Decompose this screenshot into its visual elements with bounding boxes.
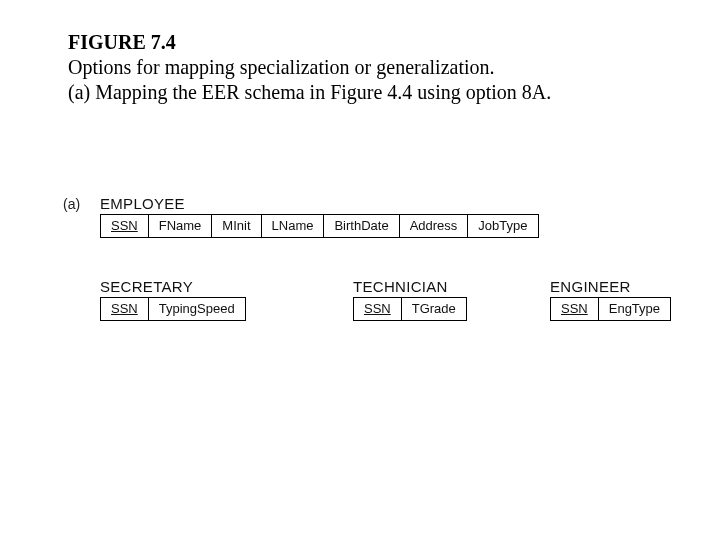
- table-row: SSN TGrade: [354, 298, 467, 321]
- attr-cell: SSN: [101, 215, 149, 238]
- attr-cell: SSN: [354, 298, 402, 321]
- attr-cell: LName: [261, 215, 324, 238]
- attr-cell: BirthDate: [324, 215, 399, 238]
- table-row: SSN EngType: [551, 298, 671, 321]
- attr-cell: Address: [399, 215, 468, 238]
- caption-line-2: (a) Mapping the EER schema in Figure 4.4…: [68, 81, 551, 103]
- relation-name-engineer: ENGINEER: [550, 278, 631, 295]
- relation-name-secretary: SECRETARY: [100, 278, 193, 295]
- relation-name-technician: TECHNICIAN: [353, 278, 448, 295]
- figure-caption: FIGURE 7.4 Options for mapping specializ…: [68, 30, 551, 105]
- caption-line-1: Options for mapping specialization or ge…: [68, 56, 495, 78]
- attr-cell: EngType: [598, 298, 670, 321]
- attr-cell: TypingSpeed: [148, 298, 245, 321]
- attr-cell: SSN: [551, 298, 599, 321]
- relation-table-employee: SSN FName MInit LName BirthDate Address …: [100, 214, 539, 238]
- relation-table-engineer: SSN EngType: [550, 297, 671, 321]
- table-row: SSN TypingSpeed: [101, 298, 246, 321]
- relation-table-technician: SSN TGrade: [353, 297, 467, 321]
- subpart-label-a: (a): [63, 196, 80, 212]
- table-row: SSN FName MInit LName BirthDate Address …: [101, 215, 539, 238]
- attr-cell: FName: [148, 215, 212, 238]
- attr-cell: MInit: [212, 215, 261, 238]
- attr-cell: TGrade: [401, 298, 466, 321]
- relation-table-secretary: SSN TypingSpeed: [100, 297, 246, 321]
- figure-number: FIGURE 7.4: [68, 31, 176, 53]
- attr-cell: SSN: [101, 298, 149, 321]
- attr-cell: JobType: [468, 215, 538, 238]
- relation-name-employee: EMPLOYEE: [100, 195, 185, 212]
